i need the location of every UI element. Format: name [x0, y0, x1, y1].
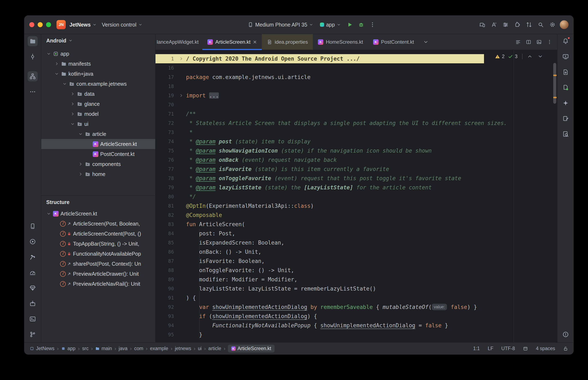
editor-tab-idea-properties[interactable]: idea.properties	[262, 34, 313, 50]
display-options-button[interactable]	[501, 20, 510, 29]
structure-item-articlescreencontent-post[interactable]: fArticleScreenContent(Post, ()	[41, 229, 155, 239]
warning-stripe-mark[interactable]	[553, 97, 557, 98]
code-line-82[interactable]: 82@Composable	[156, 210, 557, 220]
editor-tabs-list-button[interactable]	[514, 38, 523, 46]
editor-options-button[interactable]	[545, 38, 554, 46]
more-run-actions-button[interactable]	[368, 20, 377, 29]
code-line-92[interactable]: 92 var showUnimplementedActionDialog by …	[156, 303, 557, 312]
code-line-76[interactable]: 76 * @param onBack (event) request navig…	[156, 155, 557, 165]
breadcrumb-main[interactable]: main	[95, 346, 112, 351]
device-explorer-button[interactable]	[28, 221, 38, 231]
project-item-articlescreen-kt[interactable]: KArticleScreen.kt	[41, 139, 155, 149]
structure-item-previewarticledrawer-unit[interactable]: fPreviewArticleDrawer(): Unit	[41, 269, 155, 279]
code-line-78[interactable]: 78 * @param onToggleFavorite (event) req…	[156, 174, 557, 183]
code-line-81[interactable]: 81@OptIn(ExperimentalMaterial3Api::class…	[156, 201, 557, 210]
breadcrumb-app[interactable]: app	[61, 346, 75, 351]
structure-item-articlescreen-post-boolean[interactable]: fArticleScreen(Post, Boolean,	[41, 219, 155, 229]
code-line-19[interactable]: 19import ...	[156, 91, 557, 100]
code-line-87[interactable]: 87 isFavorite: Boolean,	[156, 256, 557, 266]
project-item-home[interactable]: home	[41, 169, 155, 179]
code-line-18[interactable]: 18	[156, 82, 557, 91]
breadcrumb-ui[interactable]: ui	[198, 346, 202, 351]
chevron-down-icon[interactable]	[61, 82, 68, 86]
notifications-button[interactable]	[561, 36, 571, 46]
chevron-right-icon[interactable]	[69, 112, 76, 116]
problems-button[interactable]	[561, 329, 571, 340]
line-separator[interactable]: LF	[488, 346, 493, 351]
compose-preview-toggle-button[interactable]	[535, 38, 544, 46]
structure-root-articlescreen-kt[interactable]: KArticleScreen.kt	[41, 209, 155, 219]
success-count[interactable]: 3	[515, 54, 517, 59]
chevron-down-icon[interactable]	[45, 211, 52, 216]
project-item-model[interactable]: model	[41, 109, 155, 119]
plugins-button[interactable]	[512, 20, 522, 29]
project-item-kotlin-java[interactable]: kotlin+java	[41, 69, 155, 79]
code-line-80[interactable]: 80 */	[156, 192, 557, 201]
code-line-93[interactable]: 93 if (showUnimplementedActionDialog) {	[156, 312, 557, 321]
fold-icon[interactable]	[179, 57, 183, 61]
build-tool-button[interactable]	[28, 252, 38, 262]
run-tool-button[interactable]	[28, 237, 38, 247]
breadcrumb-src[interactable]: src	[82, 346, 89, 351]
project-item-components[interactable]: components	[41, 159, 155, 169]
code-line-85[interactable]: 85 isExpandedScreen: Boolean,	[156, 238, 557, 247]
project-item-ui[interactable]: ui	[41, 119, 155, 129]
project-item-article[interactable]: article	[41, 129, 155, 139]
code-line-79[interactable]: 79 * @param lazyListState (state) the [L…	[156, 183, 557, 192]
structure-item-previewarticlenavrail-unit[interactable]: fPreviewArticleNavRail(): Unit	[41, 279, 155, 289]
editor-tab-postcontent-kt[interactable]: KPostContent.kt	[368, 34, 419, 50]
indent-status[interactable]: 4 spaces	[536, 346, 555, 351]
code-line-71[interactable]: 71/**	[156, 109, 557, 118]
chevron-right-icon[interactable]	[77, 162, 84, 166]
chevron-right-icon[interactable]	[77, 172, 84, 176]
project-item-postcontent-kt[interactable]: KPostContent.kt	[41, 149, 155, 159]
gemini-button[interactable]	[561, 98, 571, 108]
code-editor[interactable]: 1/ Copyright 2020 The Android Open Sourc…	[156, 50, 557, 342]
structure-tool-button[interactable]	[28, 71, 38, 81]
code-line-84[interactable]: 84 post: Post,	[156, 229, 557, 238]
settings-button[interactable]	[547, 20, 557, 29]
breadcrumb-jetnews[interactable]: JetNews	[30, 346, 54, 351]
chevron-down-icon[interactable]	[69, 122, 76, 126]
project-menu[interactable]: JetNews	[67, 20, 99, 29]
search-everywhere-button[interactable]	[536, 20, 546, 29]
close-tab-icon[interactable]: ×	[253, 39, 257, 45]
next-problem-button[interactable]	[536, 52, 545, 61]
project-item-glance[interactable]: glance	[41, 99, 155, 109]
project-panel-header[interactable]: Android	[41, 34, 155, 47]
file-encoding[interactable]: UTF-8	[501, 346, 515, 351]
editor-tab-articlescreen-kt[interactable]: KArticleScreen.kt×	[202, 34, 262, 50]
code-line-73[interactable]: 73 *	[156, 128, 557, 137]
code-line-74[interactable]: 74 * @param post (state) item to display	[156, 137, 557, 146]
breadcrumb-com[interactable]: com	[134, 346, 143, 351]
code-line-75[interactable]: 75 * @param showNavigationIcon (state) i…	[156, 146, 557, 155]
breadcrumb-jetnews[interactable]: jetnews	[175, 346, 191, 351]
code-line-89[interactable]: 89 modifier: Modifier = Modifier,	[156, 275, 557, 284]
project-item-manifests[interactable]: manifests	[41, 59, 155, 69]
run-button[interactable]	[345, 20, 355, 29]
code-line-72[interactable]: 72 * Stateless Article Screen that displ…	[156, 118, 557, 128]
breadcrumb-article[interactable]: article	[208, 346, 221, 351]
project-item-data[interactable]: data	[41, 89, 155, 99]
find-tool-button[interactable]	[561, 129, 571, 139]
gradle-button[interactable]	[561, 67, 571, 77]
user-avatar[interactable]	[560, 20, 568, 29]
code-line-91[interactable]: 91) {	[156, 293, 557, 303]
terminal-tool-button[interactable]	[28, 314, 38, 324]
commit-tool-button[interactable]	[28, 52, 38, 62]
editor-tab-homescreens-kt[interactable]: KHomeScreens.kt	[313, 34, 368, 50]
editor-tab-lanceappwidget-kt[interactable]: lanceAppWidget.kt	[156, 34, 202, 50]
code-line-17[interactable]: 17package com.example.jetnews.ui.article	[156, 73, 557, 82]
code-line-16[interactable]: 16	[156, 63, 557, 73]
code-line-86[interactable]: 86 onBack: () -> Unit,	[156, 247, 557, 256]
breadcrumb-java[interactable]: java	[119, 346, 127, 351]
hidden-tabs-button[interactable]	[422, 38, 430, 46]
structure-panel-header[interactable]: Structure	[41, 196, 155, 209]
chevron-down-icon[interactable]	[77, 132, 84, 136]
project-item-com-example-jetnews[interactable]: com.example.jetnews	[41, 79, 155, 89]
sync-project-button[interactable]	[524, 20, 534, 29]
git-tool-button[interactable]	[28, 329, 38, 340]
split-editor-button[interactable]	[524, 38, 533, 46]
minimize-window-button[interactable]	[38, 22, 43, 27]
device-selector[interactable]: Medium Phone API 35	[245, 20, 316, 29]
